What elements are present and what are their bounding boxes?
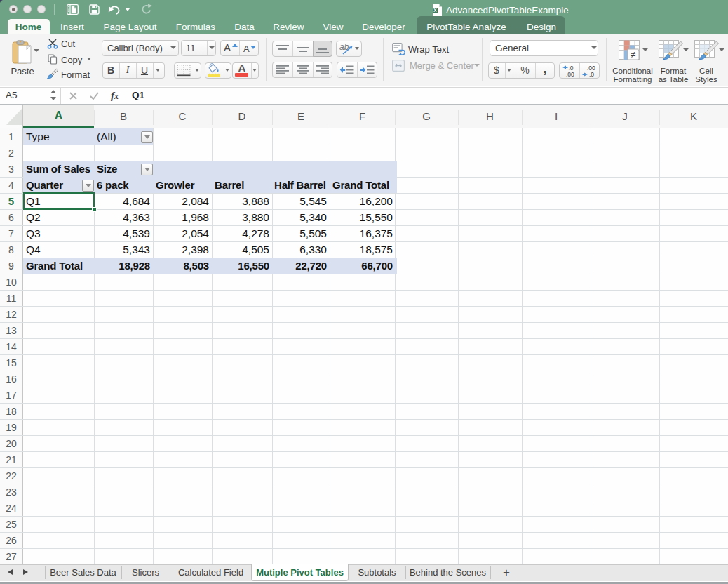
svg-text:X: X	[433, 8, 437, 13]
svg-text:≠: ≠	[631, 49, 635, 60]
svg-text:.00: .00	[566, 71, 574, 78]
svg-text:.0: .0	[589, 71, 594, 78]
